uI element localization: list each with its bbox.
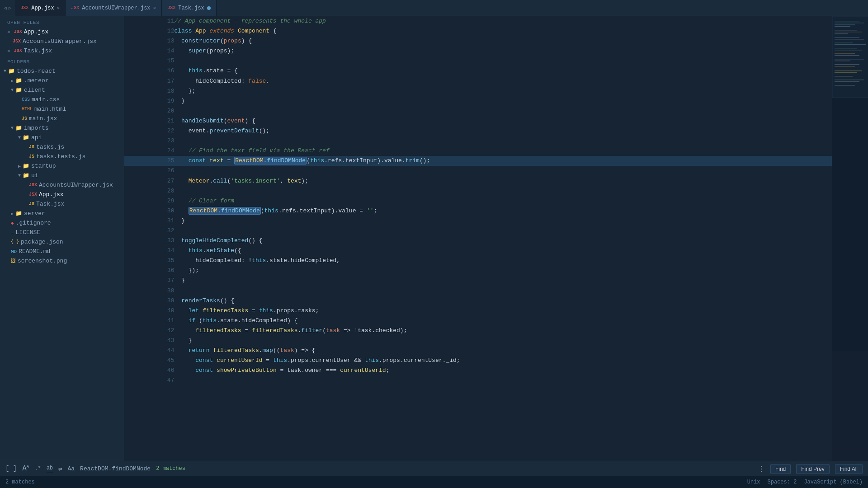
- line-content: };: [174, 86, 832, 96]
- file-label: screenshot.png: [18, 258, 67, 264]
- folder-icon: 📁: [8, 68, 15, 75]
- folder-startup[interactable]: ▶ 📁 startup: [0, 161, 124, 171]
- file-main-jsx[interactable]: JS main.jsx: [0, 114, 124, 123]
- tab-task-jsx[interactable]: JSX Task.jsx: [162, 0, 217, 16]
- code-line-38: 38: [124, 286, 832, 296]
- code-line-20: 20: [124, 106, 832, 116]
- js-icon: JS: [22, 116, 27, 121]
- folder-imports[interactable]: ▼ 📁 imports: [0, 123, 124, 133]
- line-number: 47: [124, 375, 174, 385]
- file-license[interactable]: — LICENSE: [0, 228, 124, 237]
- file-package-json[interactable]: { } package.json: [0, 237, 124, 247]
- line-content: }: [174, 96, 832, 106]
- folder-api[interactable]: ▼ 📁 api: [0, 133, 124, 142]
- toolbar-left: [ ] AA .* ab ⇌ Aa ReactDOM.findDOMNode 2…: [5, 465, 185, 473]
- folder-icon: 📁: [15, 77, 22, 84]
- jsx-icon: JSX: [14, 48, 22, 53]
- folder-client[interactable]: ▼ 📁 client: [0, 85, 124, 95]
- file-label: Task.jsx: [36, 201, 64, 207]
- line-number: 25: [124, 156, 174, 166]
- line-number: 15: [124, 56, 174, 66]
- js-icon: JS: [29, 202, 34, 206]
- file-gitignore[interactable]: ◆ .gitignore: [0, 218, 124, 228]
- folder-arrow-icon: ▶: [11, 78, 14, 84]
- file-tasks-tests[interactable]: JS tasks.tests.js: [0, 152, 124, 161]
- folder-icon: 📁: [15, 210, 22, 217]
- file-label: AccountsUIWrapper.jsx: [39, 182, 113, 188]
- line-number: 41: [124, 316, 174, 326]
- case-icon[interactable]: Aa: [67, 465, 75, 472]
- code-line-34: 34 this.setState({: [124, 246, 832, 256]
- arrow-right-icon[interactable]: ▷: [9, 5, 12, 11]
- line-content: handleSubmit(event) {: [174, 116, 832, 126]
- sidebar-open-app-jsx[interactable]: ✕ JSX App.jsx: [0, 27, 124, 37]
- folder-icon: 📁: [23, 172, 29, 179]
- code-line-39: 39 renderTasks() {: [124, 296, 832, 306]
- folder-todos-react[interactable]: ▼ 📁 todos-react: [0, 66, 124, 76]
- js-icon: JS: [29, 145, 34, 150]
- sidebar-open-accounts[interactable]: JSX AccountsUIWrapper.jsx: [0, 37, 124, 46]
- tab-label: Task.jsx: [178, 5, 204, 11]
- code-scroll[interactable]: 11 // App component - represents the who…: [124, 16, 832, 461]
- code-line-14: 14 super(props);: [124, 46, 832, 56]
- arrow-left-icon[interactable]: ◁: [4, 5, 7, 11]
- line-content: [174, 226, 832, 236]
- line-content: [174, 56, 832, 66]
- line-number: 33: [124, 236, 174, 246]
- code-line-17: 17 hideCompleted: false,: [124, 76, 832, 86]
- tab-close-icon[interactable]: ✕: [57, 5, 60, 11]
- code-line-16: 16 this.state = {: [124, 66, 832, 76]
- sidebar: OPEN FILES ✕ JSX App.jsx JSX AccountsUIW…: [0, 16, 124, 461]
- file-label: Task.jsx: [24, 47, 52, 54]
- options-icon[interactable]: ⋮: [758, 465, 765, 474]
- sidebar-open-task[interactable]: ✕ JSX Task.jsx: [0, 46, 124, 56]
- file-task-jsx-tree[interactable]: JS Task.jsx: [0, 199, 124, 209]
- code-line-26: 26: [124, 166, 832, 176]
- file-label: main.html: [34, 106, 66, 113]
- find-prev-button[interactable]: Find Prev: [796, 464, 829, 474]
- file-main-css[interactable]: CSS main.css: [0, 95, 124, 104]
- line-number: 42: [124, 326, 174, 336]
- line-content: return filteredTasks.map((task) => {: [174, 346, 832, 356]
- tab-close-icon[interactable]: ✕: [153, 5, 156, 11]
- code-line-42: 42 filteredTasks = filteredTasks.filter(…: [124, 326, 832, 336]
- folder-arrow-icon: ▼: [18, 173, 21, 178]
- replace-icon[interactable]: ⇌: [58, 465, 62, 473]
- tab-app-jsx[interactable]: JSX App.jsx ✕: [15, 0, 66, 16]
- md-icon: MD: [11, 249, 17, 254]
- close-x-icon[interactable]: ✕: [7, 48, 10, 54]
- regex-icon[interactable]: .*: [34, 465, 41, 472]
- folder-icon: 📁: [23, 163, 29, 169]
- line-content: const text = ReactDOM.findDOMNode(this.r…: [174, 156, 832, 166]
- line-number: 21: [124, 116, 174, 126]
- font-icon[interactable]: AA: [22, 465, 29, 473]
- folders-section: FOLDERS: [0, 56, 124, 66]
- file-screenshot[interactable]: 🖼 screenshot.png: [0, 256, 124, 266]
- jsx-icon: JSX: [14, 29, 22, 34]
- git-icon: ◆: [11, 220, 14, 226]
- line-content: ReactDOM.findDOMNode(this.refs.textInput…: [174, 206, 832, 216]
- find-all-button[interactable]: Find All: [835, 464, 863, 474]
- code-line-18: 18 };: [124, 86, 832, 96]
- folder-arrow-icon: ▼: [4, 69, 6, 74]
- folder-ui[interactable]: ▼ 📁 ui: [0, 171, 124, 180]
- folder-label: startup: [31, 163, 56, 169]
- file-accounts-ui-wrapper[interactable]: JSX AccountsUIWrapper.jsx: [0, 180, 124, 190]
- code-line-45: 45 const currentUserId = this.props.curr…: [124, 356, 832, 366]
- bracket-icon[interactable]: [ ]: [5, 465, 17, 472]
- word-icon[interactable]: ab: [47, 465, 53, 472]
- file-label: README.md: [19, 248, 50, 255]
- line-number: 16: [124, 66, 174, 76]
- find-button[interactable]: Find: [770, 464, 791, 474]
- folder-server[interactable]: ▶ 📁 server: [0, 209, 124, 218]
- folder-meteor[interactable]: ▶ 📁 .meteor: [0, 76, 124, 85]
- file-main-html[interactable]: HTML main.html: [0, 104, 124, 114]
- file-readme[interactable]: MD README.md: [0, 247, 124, 256]
- file-tasks-js[interactable]: JS tasks.js: [0, 142, 124, 152]
- tab-accounts-ui[interactable]: JSX AccountsUIWrapper.jsx ✕: [66, 0, 162, 16]
- tab-label: App.jsx: [31, 5, 54, 11]
- close-x-icon[interactable]: ✕: [7, 29, 10, 35]
- line-number: 40: [124, 306, 174, 316]
- file-app-jsx-tree[interactable]: JSX App.jsx: [0, 190, 124, 199]
- code-line-13: 13 constructor(props) {: [124, 36, 832, 46]
